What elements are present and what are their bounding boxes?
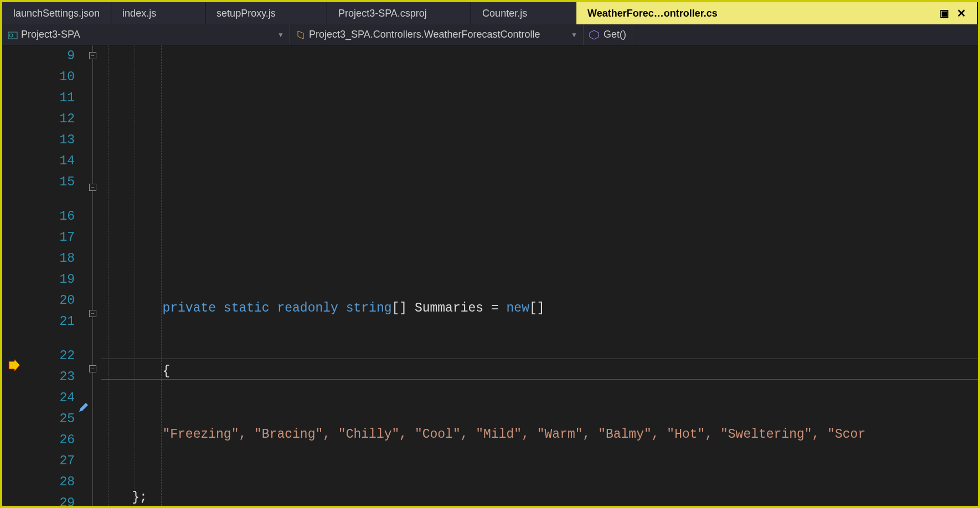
nav-scope-dropdown[interactable]: Project3_SPA.Controllers.WeatherForecast… [290, 24, 584, 45]
pin-icon[interactable]: ▣ [940, 7, 949, 19]
navigation-bar: Project3-SPA ▼ Project3_SPA.Controllers.… [2, 24, 978, 45]
tab-weatherforecast-active[interactable]: WeatherForec…ontroller.cs ▣ ✕ [576, 2, 978, 24]
fold-toggle[interactable]: − [89, 184, 96, 191]
method-icon [589, 30, 599, 40]
class-icon [296, 30, 306, 40]
glyph-margin[interactable] [2, 45, 27, 506]
tab-csproj[interactable]: Project3-SPA.csproj [327, 2, 471, 24]
tab-setupproxy[interactable]: setupProxy.js [205, 2, 327, 24]
fold-toggle[interactable]: − [89, 52, 96, 59]
tab-label: index.js [122, 8, 156, 19]
nav-project-label: Project3-SPA [21, 29, 80, 40]
fold-toggle[interactable]: − [89, 310, 96, 317]
svg-point-1 [9, 34, 13, 37]
code-token: private static readonly string [162, 301, 391, 315]
line-numbers: 9101112 131415 161718 192021 222324 2526… [27, 45, 85, 506]
code-token: [] [529, 301, 545, 315]
tab-label: launchSettings.json [13, 8, 100, 19]
tab-bar: launchSettings.json index.js setupProxy.… [2, 2, 978, 24]
tab-index[interactable]: index.js [111, 2, 205, 24]
csharp-project-icon [8, 30, 18, 40]
code-token: { [162, 364, 170, 379]
tab-label: Counter.js [482, 8, 527, 19]
nav-member-label: Get() [604, 29, 626, 40]
code-token: }; [132, 490, 147, 505]
nav-scope-label: Project3_SPA.Controllers.WeatherForecast… [309, 29, 540, 40]
nav-member-dropdown[interactable]: Get() [584, 24, 632, 45]
current-statement-arrow-icon [8, 359, 20, 371]
tab-label: Project3-SPA.csproj [338, 8, 427, 19]
tab-label: WeatherForec…ontroller.cs [587, 8, 718, 19]
code-area[interactable]: private static readonly string[] Summari… [101, 45, 978, 506]
tab-counter[interactable]: Counter.js [471, 2, 576, 24]
code-editor[interactable]: 9101112 131415 161718 192021 222324 2526… [2, 45, 978, 506]
code-token: [] Summaries = [392, 301, 507, 315]
code-token: "Freezing", "Bracing", "Chilly", "Cool",… [162, 427, 865, 442]
tab-launchsettings[interactable]: launchSettings.json [2, 2, 111, 24]
code-token: new [507, 301, 529, 315]
chevron-down-icon: ▼ [571, 31, 577, 39]
nav-project-dropdown[interactable]: Project3-SPA ▼ [2, 24, 290, 45]
close-icon[interactable]: ✕ [957, 7, 966, 20]
chevron-down-icon: ▼ [277, 31, 284, 39]
tab-label: setupProxy.js [216, 8, 276, 19]
